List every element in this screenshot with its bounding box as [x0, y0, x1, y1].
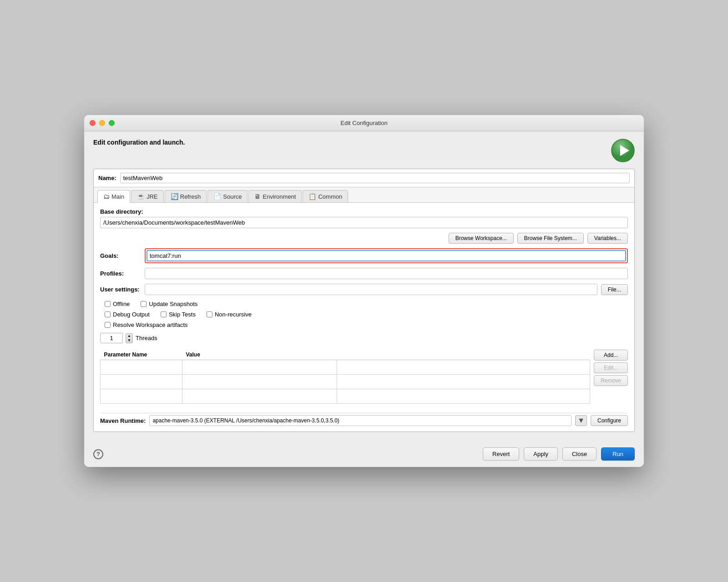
checkbox-row-3: Resolve Workspace artifacts: [105, 321, 628, 328]
base-directory-input[interactable]: [100, 217, 628, 228]
param-extra-header: [337, 350, 590, 360]
traffic-lights: [90, 120, 115, 126]
window-title: Edit Configuration: [340, 120, 387, 126]
debug-output-checkbox[interactable]: Debug Output: [105, 311, 150, 318]
goals-input[interactable]: [147, 251, 625, 261]
resolve-workspace-check[interactable]: [105, 322, 111, 328]
profiles-label: Profiles:: [100, 270, 141, 277]
debug-output-label: Debug Output: [113, 311, 150, 318]
resolve-workspace-label: Resolve Workspace artifacts: [113, 321, 188, 328]
update-snapshots-check[interactable]: [141, 301, 147, 307]
tab-jre-label: JRE: [147, 193, 158, 200]
non-recursive-checkbox[interactable]: Non-recursive: [207, 311, 252, 318]
threads-row: ▲ ▼ Threads: [100, 333, 628, 343]
variables-button[interactable]: Variables...: [587, 233, 628, 244]
table-row: [101, 389, 590, 404]
user-settings-label: User settings:: [100, 286, 141, 293]
base-directory-group: Base directory:: [100, 208, 628, 228]
minimize-traffic-light[interactable]: [99, 120, 105, 126]
browse-filesystem-button[interactable]: Browse File System...: [517, 233, 584, 244]
close-button[interactable]: Close: [562, 447, 597, 461]
tab-common-label: Common: [318, 193, 342, 200]
tab-source-label: Source: [223, 193, 242, 200]
tab-jre[interactable]: ☕ JRE: [131, 190, 164, 202]
threads-down-arrow[interactable]: ▼: [126, 338, 132, 343]
params-table-wrap: Parameter Name Value: [100, 350, 590, 408]
offline-label: Offline: [113, 301, 130, 307]
remove-button[interactable]: Remove: [594, 375, 628, 386]
jre-tab-icon: ☕: [137, 193, 145, 200]
run-button[interactable]: Run: [601, 447, 635, 461]
params-table: Parameter Name Value: [100, 350, 590, 404]
tab-common[interactable]: 📋 Common: [303, 190, 348, 202]
maximize-traffic-light[interactable]: [109, 120, 115, 126]
tab-main-label: Main: [111, 193, 124, 200]
profiles-row: Profiles:: [100, 268, 628, 279]
table-row: [101, 360, 590, 375]
param-value-header: Value: [182, 350, 337, 360]
maven-runtime-label: Maven Runtime:: [100, 417, 146, 424]
skip-tests-check[interactable]: [161, 311, 167, 317]
add-button[interactable]: Add...: [594, 350, 628, 361]
footer: ? Revert Apply Close Run: [84, 441, 644, 467]
checkbox-row-2: Debug Output Skip Tests Non-recursive: [105, 311, 628, 318]
browse-buttons-row: Browse Workspace... Browse File System..…: [100, 233, 628, 244]
apply-button[interactable]: Apply: [524, 447, 558, 461]
tab-refresh[interactable]: 🔄 Refresh: [165, 190, 207, 202]
table-actions: Add... Edit... Remove: [594, 350, 628, 408]
offline-check[interactable]: [105, 301, 111, 307]
close-traffic-light[interactable]: [90, 120, 96, 126]
threads-spinner[interactable]: ▲ ▼: [126, 333, 133, 343]
source-tab-icon: 📄: [213, 193, 221, 200]
threads-up-arrow[interactable]: ▲: [126, 334, 132, 338]
environment-tab-icon: 🖥: [254, 193, 261, 200]
user-settings-row: User settings: File...: [100, 284, 628, 295]
goals-inner-border: [147, 250, 626, 261]
resolve-workspace-checkbox[interactable]: Resolve Workspace artifacts: [105, 321, 188, 328]
config-panel: Name: 🗂 Main ☕ JRE 🔄 Refresh 📄: [93, 169, 635, 432]
maven-runtime-row: Maven Runtime: ▼ Configure: [100, 413, 628, 426]
revert-button[interactable]: Revert: [483, 447, 519, 461]
update-snapshots-checkbox[interactable]: Update Snapshots: [141, 301, 197, 307]
form-area: Base directory: Browse Workspace... Brow…: [94, 203, 634, 431]
goals-highlight-border: [145, 248, 628, 263]
common-tab-icon: 📋: [308, 193, 316, 200]
maven-runtime-select[interactable]: [149, 415, 571, 426]
window-body: Edit configuration and launch. Name:: [84, 131, 644, 441]
goals-row: Goals:: [100, 248, 628, 263]
non-recursive-check[interactable]: [207, 311, 212, 317]
titlebar: Edit Configuration: [84, 115, 644, 131]
edit-button[interactable]: Edit...: [594, 362, 628, 373]
profiles-input[interactable]: [145, 268, 628, 279]
tab-environment[interactable]: 🖥 Environment: [248, 190, 302, 202]
checkbox-row-1: Offline Update Snapshots: [105, 301, 628, 307]
browse-workspace-button[interactable]: Browse Workspace...: [449, 233, 514, 244]
checkboxes-section: Offline Update Snapshots Debug Output: [105, 301, 628, 328]
threads-input[interactable]: [100, 333, 123, 343]
help-icon[interactable]: ?: [93, 449, 103, 459]
maven-runtime-dropdown-arrow[interactable]: ▼: [575, 415, 587, 426]
param-name-header: Parameter Name: [101, 350, 182, 360]
skip-tests-label: Skip Tests: [169, 311, 196, 318]
user-settings-input[interactable]: [145, 284, 597, 295]
debug-output-check[interactable]: [105, 311, 111, 317]
threads-label: Threads: [136, 335, 157, 341]
tab-refresh-label: Refresh: [180, 193, 201, 200]
page-title: Edit configuration and launch.: [93, 139, 185, 146]
goals-label: Goals:: [100, 252, 141, 259]
main-tab-icon: 🗂: [103, 193, 110, 200]
file-button[interactable]: File...: [601, 284, 628, 295]
table-row: [101, 375, 590, 389]
non-recursive-label: Non-recursive: [215, 311, 252, 318]
tab-source[interactable]: 📄 Source: [207, 190, 248, 202]
offline-checkbox[interactable]: Offline: [105, 301, 130, 307]
name-label: Name:: [98, 175, 116, 181]
play-button[interactable]: [611, 139, 635, 162]
skip-tests-checkbox[interactable]: Skip Tests: [161, 311, 196, 318]
base-directory-label: Base directory:: [100, 208, 628, 215]
footer-buttons: Revert Apply Close Run: [483, 447, 635, 461]
name-input[interactable]: [120, 173, 630, 183]
configure-button[interactable]: Configure: [591, 415, 628, 426]
name-row: Name:: [94, 169, 634, 187]
tab-main[interactable]: 🗂 Main: [97, 190, 130, 203]
